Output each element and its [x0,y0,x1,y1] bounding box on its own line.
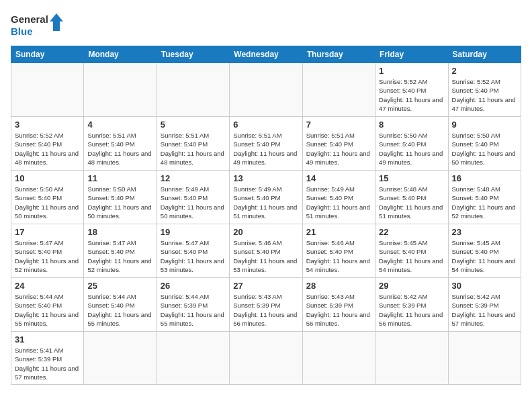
day-info: Sunrise: 5:45 AM Sunset: 5:40 PM Dayligh… [452,238,517,274]
calendar-week-row: 10Sunrise: 5:50 AM Sunset: 5:40 PM Dayli… [11,171,521,224]
day-info: Sunrise: 5:50 AM Sunset: 5:40 PM Dayligh… [379,131,444,167]
calendar-cell: 10Sunrise: 5:50 AM Sunset: 5:40 PM Dayli… [11,171,84,224]
calendar-cell: 14Sunrise: 5:49 AM Sunset: 5:40 PM Dayli… [302,171,375,224]
calendar-cell: 19Sunrise: 5:47 AM Sunset: 5:40 PM Dayli… [157,224,229,278]
day-number: 18 [87,227,152,237]
calendar-cell: 8Sunrise: 5:50 AM Sunset: 5:40 PM Daylig… [375,117,448,171]
calendar-cell [230,332,302,385]
calendar-week-row: 24Sunrise: 5:44 AM Sunset: 5:40 PM Dayli… [11,278,521,332]
day-info: Sunrise: 5:42 AM Sunset: 5:39 PM Dayligh… [379,292,444,328]
day-info: Sunrise: 5:51 AM Sunset: 5:40 PM Dayligh… [87,131,152,167]
calendar-cell: 6Sunrise: 5:51 AM Sunset: 5:40 PM Daylig… [230,117,302,171]
day-number: 11 [87,173,152,183]
calendar-cell: 4Sunrise: 5:51 AM Sunset: 5:40 PM Daylig… [84,117,157,171]
calendar-cell: 3Sunrise: 5:52 AM Sunset: 5:40 PM Daylig… [11,117,84,171]
day-number: 5 [161,120,226,130]
day-number: 15 [379,173,444,183]
calendar-cell: 25Sunrise: 5:44 AM Sunset: 5:40 PM Dayli… [84,278,157,332]
day-info: Sunrise: 5:44 AM Sunset: 5:40 PM Dayligh… [87,292,152,328]
calendar-cell [302,332,375,385]
calendar-cell: 11Sunrise: 5:50 AM Sunset: 5:40 PM Dayli… [84,171,157,224]
day-info: Sunrise: 5:49 AM Sunset: 5:40 PM Dayligh… [161,185,226,220]
day-number: 3 [15,120,80,130]
day-number: 17 [15,227,80,237]
logo: General Blue [11,11,64,38]
day-info: Sunrise: 5:49 AM Sunset: 5:40 PM Dayligh… [306,185,371,220]
calendar-cell [230,63,302,117]
calendar-cell: 24Sunrise: 5:44 AM Sunset: 5:40 PM Dayli… [11,278,84,332]
calendar-cell: 22Sunrise: 5:45 AM Sunset: 5:40 PM Dayli… [375,224,448,278]
day-info: Sunrise: 5:51 AM Sunset: 5:40 PM Dayligh… [306,131,371,167]
day-info: Sunrise: 5:48 AM Sunset: 5:40 PM Dayligh… [379,185,444,220]
calendar-cell: 18Sunrise: 5:47 AM Sunset: 5:40 PM Dayli… [84,224,157,278]
calendar-cell: 12Sunrise: 5:49 AM Sunset: 5:40 PM Dayli… [157,171,229,224]
day-number: 24 [15,281,80,291]
calendar-header-monday: Monday [84,46,157,63]
day-number: 20 [233,227,298,237]
day-number: 10 [15,173,80,183]
calendar-cell [157,332,229,385]
calendar-header-row: SundayMondayTuesdayWednesdayThursdayFrid… [11,46,521,63]
calendar-cell: 28Sunrise: 5:43 AM Sunset: 5:39 PM Dayli… [302,278,375,332]
calendar-cell [84,332,157,385]
day-info: Sunrise: 5:52 AM Sunset: 5:40 PM Dayligh… [452,77,517,113]
day-number: 7 [306,120,371,130]
calendar-week-row: 3Sunrise: 5:52 AM Sunset: 5:40 PM Daylig… [11,117,521,171]
calendar-cell: 17Sunrise: 5:47 AM Sunset: 5:40 PM Dayli… [11,224,84,278]
svg-marker-2 [50,13,63,31]
day-number: 26 [161,281,226,291]
calendar-header-wednesday: Wednesday [230,46,302,63]
header: General Blue [11,11,521,38]
day-info: Sunrise: 5:47 AM Sunset: 5:40 PM Dayligh… [161,238,226,274]
calendar-cell: 23Sunrise: 5:45 AM Sunset: 5:40 PM Dayli… [448,224,521,278]
day-info: Sunrise: 5:45 AM Sunset: 5:40 PM Dayligh… [379,238,444,274]
day-info: Sunrise: 5:44 AM Sunset: 5:39 PM Dayligh… [161,292,226,328]
day-number: 6 [233,120,298,130]
calendar-week-row: 1Sunrise: 5:52 AM Sunset: 5:40 PM Daylig… [11,63,521,117]
calendar-cell [302,63,375,117]
calendar-cell: 20Sunrise: 5:46 AM Sunset: 5:40 PM Dayli… [230,224,302,278]
day-info: Sunrise: 5:42 AM Sunset: 5:39 PM Dayligh… [452,292,517,328]
day-number: 28 [306,281,371,291]
day-info: Sunrise: 5:47 AM Sunset: 5:40 PM Dayligh… [87,238,152,274]
day-number: 22 [379,227,444,237]
calendar-cell: 9Sunrise: 5:50 AM Sunset: 5:40 PM Daylig… [448,117,521,171]
calendar-header-saturday: Saturday [448,46,521,63]
day-info: Sunrise: 5:51 AM Sunset: 5:40 PM Dayligh… [161,131,226,167]
day-info: Sunrise: 5:48 AM Sunset: 5:40 PM Dayligh… [452,185,517,220]
calendar-cell [84,63,157,117]
day-number: 12 [161,173,226,183]
calendar-cell: 13Sunrise: 5:49 AM Sunset: 5:40 PM Dayli… [230,171,302,224]
calendar-cell: 26Sunrise: 5:44 AM Sunset: 5:39 PM Dayli… [157,278,229,332]
calendar-cell: 21Sunrise: 5:46 AM Sunset: 5:40 PM Dayli… [302,224,375,278]
day-number: 23 [452,227,517,237]
day-info: Sunrise: 5:43 AM Sunset: 5:39 PM Dayligh… [306,292,371,328]
day-info: Sunrise: 5:50 AM Sunset: 5:40 PM Dayligh… [15,185,80,220]
day-info: Sunrise: 5:49 AM Sunset: 5:40 PM Dayligh… [233,185,298,220]
calendar-cell: 30Sunrise: 5:42 AM Sunset: 5:39 PM Dayli… [448,278,521,332]
day-number: 30 [452,281,517,291]
svg-text:General: General [11,13,48,25]
day-info: Sunrise: 5:46 AM Sunset: 5:40 PM Dayligh… [306,238,371,274]
day-info: Sunrise: 5:46 AM Sunset: 5:40 PM Dayligh… [233,238,298,274]
calendar-cell: 16Sunrise: 5:48 AM Sunset: 5:40 PM Dayli… [448,171,521,224]
day-number: 16 [452,173,517,183]
day-number: 31 [15,334,80,345]
calendar-cell: 15Sunrise: 5:48 AM Sunset: 5:40 PM Dayli… [375,171,448,224]
calendar-cell: 29Sunrise: 5:42 AM Sunset: 5:39 PM Dayli… [375,278,448,332]
day-number: 14 [306,173,371,183]
calendar-cell: 7Sunrise: 5:51 AM Sunset: 5:40 PM Daylig… [302,117,375,171]
day-number: 9 [452,120,517,130]
svg-text:Blue: Blue [11,26,33,37]
day-info: Sunrise: 5:52 AM Sunset: 5:40 PM Dayligh… [15,131,80,167]
day-number: 29 [379,281,444,291]
day-info: Sunrise: 5:47 AM Sunset: 5:40 PM Dayligh… [15,238,80,274]
day-info: Sunrise: 5:44 AM Sunset: 5:40 PM Dayligh… [15,292,80,328]
calendar-header-tuesday: Tuesday [157,46,229,63]
day-number: 8 [379,120,444,130]
calendar-cell [448,332,521,385]
calendar-cell [375,332,448,385]
calendar-header-thursday: Thursday [302,46,375,63]
calendar-header-sunday: Sunday [11,46,84,63]
day-number: 1 [379,66,444,76]
